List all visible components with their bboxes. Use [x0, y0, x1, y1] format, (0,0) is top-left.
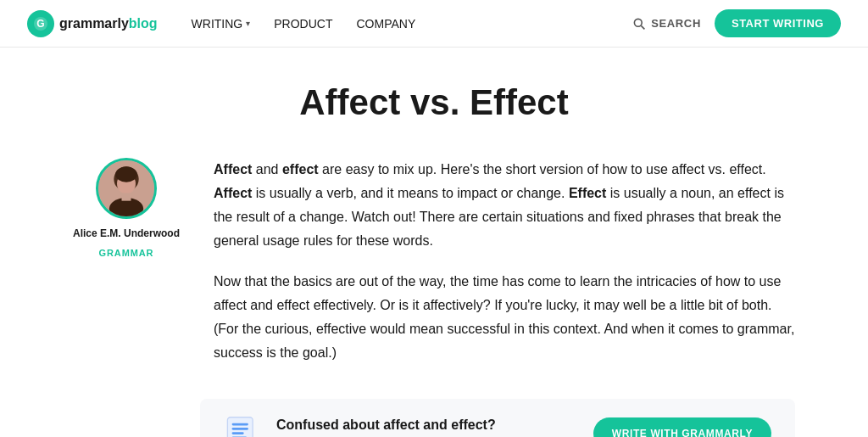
nav-item-product[interactable]: PRODUCT: [274, 17, 332, 31]
article-container: Affect vs. Effect Alice E.M: [53, 48, 815, 437]
article-body: Alice E.M. Underwood GRAMMAR Affect and …: [73, 158, 795, 365]
svg-point-7: [115, 167, 137, 182]
search-button[interactable]: SEARCH: [632, 17, 701, 31]
chevron-down-icon: ▾: [246, 19, 250, 28]
svg-rect-12: [232, 428, 248, 430]
cta-text-block: Confused about affect and effect? Gramma…: [276, 417, 576, 437]
article-title: Affect vs. Effect: [73, 81, 795, 124]
logo-text: grammarly blog: [59, 16, 158, 31]
paragraph-1: Affect and effect are easy to mix up. He…: [214, 158, 795, 253]
svg-line-3: [642, 25, 645, 29]
author-name: Alice E.M. Underwood: [73, 227, 180, 239]
start-writing-button[interactable]: START WRITING: [715, 9, 841, 37]
write-with-grammarly-button[interactable]: WRITE WITH GRAMMARLY: [593, 417, 771, 437]
nav-item-company[interactable]: COMPANY: [356, 17, 415, 31]
svg-text:G: G: [36, 18, 44, 30]
author-sidebar: Alice E.M. Underwood GRAMMAR: [73, 158, 180, 365]
main-nav: G grammarly blog WRITING ▾ PRODUCT COMPA…: [0, 0, 868, 48]
search-label: SEARCH: [651, 17, 701, 30]
svg-rect-9: [122, 193, 131, 201]
nav-product-label: PRODUCT: [274, 17, 332, 31]
svg-rect-13: [232, 433, 244, 435]
nav-links: WRITING ▾ PRODUCT COMPANY: [192, 17, 416, 31]
author-tag: GRAMMAR: [99, 248, 154, 258]
svg-point-8: [109, 198, 143, 219]
nav-writing-label: WRITING: [192, 17, 243, 31]
cta-box: Confused about affect and effect? Gramma…: [200, 399, 795, 437]
paragraph-2: Now that the basics are out of the way, …: [214, 270, 795, 365]
nav-company-label: COMPANY: [356, 17, 415, 31]
nav-item-writing[interactable]: WRITING ▾: [192, 17, 251, 31]
grammarly-doc-icon: [224, 416, 259, 437]
logo-icon: G: [27, 10, 54, 37]
cta-heading: Confused about affect and effect?: [276, 417, 576, 433]
logo-link[interactable]: G grammarly blog: [27, 10, 158, 37]
nav-right: SEARCH START WRITING: [632, 9, 841, 37]
search-icon: [632, 17, 646, 31]
author-avatar: [96, 158, 157, 219]
svg-point-2: [635, 19, 643, 26]
article-text: Affect and effect are easy to mix up. He…: [214, 158, 795, 365]
svg-rect-11: [232, 423, 248, 426]
